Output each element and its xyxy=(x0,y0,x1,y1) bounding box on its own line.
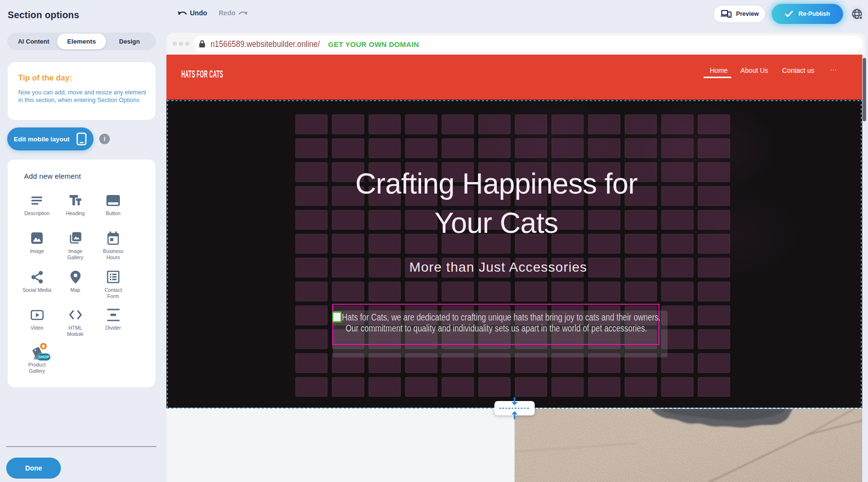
svg-text:SHOP: SHOP xyxy=(38,355,49,359)
